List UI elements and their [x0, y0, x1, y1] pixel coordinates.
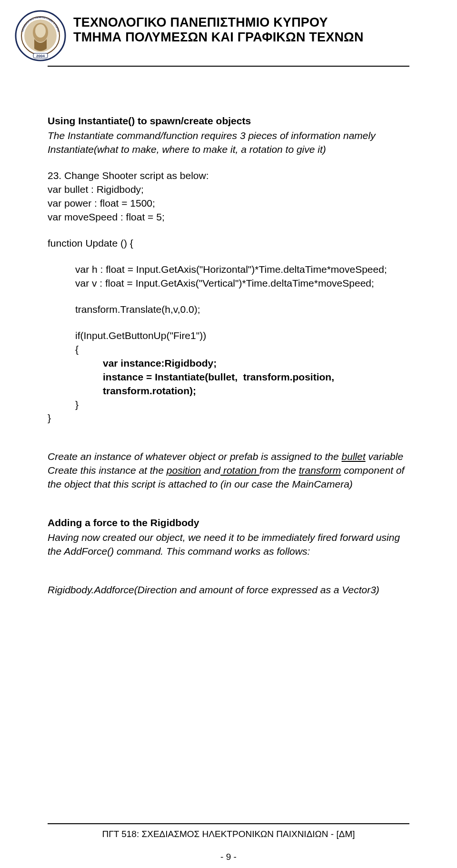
- code-line: {: [48, 343, 409, 357]
- svg-point-4: [35, 24, 46, 38]
- text: variable: [366, 451, 403, 462]
- code-line: }: [48, 411, 409, 425]
- text: Create this instance at the: [48, 465, 167, 476]
- code-line: var moveSpeed : float = 5;: [48, 210, 409, 224]
- code-declarations: var bullet : Rigidbody; var power : floa…: [48, 183, 409, 224]
- page-number: - 9 -: [0, 852, 457, 862]
- header-title: ΤΕΧΝΟΛΟΓΙΚΟ ΠΑΝΕΠΙΣΤΗΜΙΟ ΚΥΠΡΟΥ ΤΜΗΜΑ ΠΟ…: [73, 10, 364, 45]
- step-text: Change Shooter script as below:: [64, 170, 209, 181]
- footer-course: ΠΓΤ 518: ΣΧΕΔΙΑΣΜΟΣ ΗΛΕΚΤΡΟΝΙΚΩΝ ΠΑΙΧΝΙΔ…: [48, 829, 409, 839]
- section-body-instantiate: The Instantiate command/function require…: [48, 129, 409, 157]
- page: 2004 ΤΕΧΝΟΛΟΓΙΚΟ ΠΑΝΕΠΙΣΤΗΜΙΟ ΚΥΠΡΟΥ ΤΕΧ…: [0, 0, 457, 868]
- code-line: var h : float = Input.GetAxis("Horizonta…: [48, 263, 409, 277]
- section-body-force: Having now created our object, we need i…: [48, 531, 409, 559]
- header-line-1: ΤΕΧΝΟΛΟΓΙΚΟ ΠΑΝΕΠΙΣΤΗΜΙΟ ΚΥΠΡΟΥ: [73, 15, 364, 30]
- code-line: var bullet : Rigidbody;: [48, 183, 409, 197]
- text: Create an instance of whatever object or…: [48, 451, 342, 462]
- text: and: [201, 465, 220, 476]
- step-number: 23.: [48, 170, 61, 181]
- underline-rotation: rotation: [220, 465, 259, 476]
- addforce-signature: Rigidbody.Addforce(Direction and amount …: [48, 583, 409, 597]
- header-line-2: ΤΜΗΜΑ ΠΟΛΥΜΕΣΩΝ ΚΑΙ ΓΡΑΦΙΚΩΝ ΤΕΧΝΩΝ: [73, 30, 364, 45]
- code-line: }: [48, 398, 409, 412]
- content: Using Instantiate() to spawn/create obje…: [0, 67, 457, 597]
- code-line: if(Input.GetButtonUp("Fire1")): [48, 329, 409, 343]
- code-vars-hv: var h : float = Input.GetAxis("Horizonta…: [48, 263, 409, 290]
- underline-transform: transform: [299, 465, 341, 476]
- step-23: 23. Change Shooter script as below:: [48, 169, 409, 183]
- university-logo: 2004 ΤΕΧΝΟΛΟΓΙΚΟ ΠΑΝΕΠΙΣΤΗΜΙΟ ΚΥΠΡΟΥ: [14, 10, 67, 62]
- underline-position: position: [167, 465, 201, 476]
- code-line: function Update () {: [48, 237, 409, 250]
- code-line-bold: instance = Instantiate(bullet, transform…: [48, 370, 409, 398]
- code-translate: transform.Translate(h,v,0.0);: [48, 303, 409, 317]
- explain-p1: Create an instance of whatever object or…: [48, 450, 409, 464]
- page-header: 2004 ΤΕΧΝΟΛΟΓΙΚΟ ΠΑΝΕΠΙΣΤΗΜΙΟ ΚΥΠΡΟΥ ΤΕΧ…: [0, 0, 457, 62]
- code-if-block: if(Input.GetButtonUp("Fire1")) { var ins…: [48, 329, 409, 426]
- code-line: var power : float = 1500;: [48, 197, 409, 210]
- explain-p2: Create this instance at the position and…: [48, 464, 409, 491]
- svg-text:2004: 2004: [36, 54, 45, 58]
- section-title-force: Adding a force to the Rigidbody: [48, 516, 409, 530]
- code-line: var v : float = Input.GetAxis("Vertical"…: [48, 277, 409, 290]
- page-footer: ΠΓΤ 518: ΣΧΕΔΙΑΣΜΟΣ ΗΛΕΚΤΡΟΝΙΚΩΝ ΠΑΙΧΝΙΔ…: [48, 823, 409, 839]
- code-line: transform.Translate(h,v,0.0);: [48, 303, 409, 317]
- code-line-bold: var instance:Rigidbody;: [48, 357, 409, 370]
- footer-divider: [48, 823, 409, 824]
- section-title-instantiate: Using Instantiate() to spawn/create obje…: [48, 114, 409, 128]
- underline-bullet: bullet: [342, 451, 366, 462]
- text: from the: [259, 465, 299, 476]
- code-function-open: function Update () {: [48, 237, 409, 250]
